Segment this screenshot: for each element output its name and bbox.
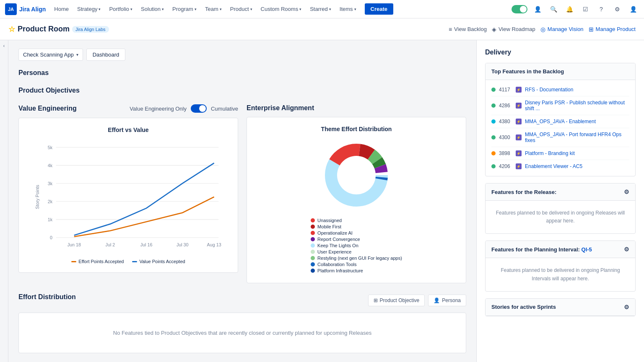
- feature-icon-4117: ⚡: [516, 87, 522, 93]
- chart-title: Effort vs Value: [27, 127, 229, 133]
- top-navigation: JA Jira Align Home Strategy ▾ Portfolio …: [0, 0, 644, 18]
- nav-custom-rooms[interactable]: Custom Rooms ▾: [257, 4, 305, 14]
- chevron-down-icon: ▾: [130, 7, 132, 11]
- toolbar: Check Scanning App ▾ Dashboard: [18, 49, 466, 61]
- star-icon[interactable]: ☆: [8, 25, 15, 34]
- feature-id-4300: 4300: [499, 134, 512, 140]
- profile-icon[interactable]: 👤: [532, 3, 543, 15]
- feature-item-4286: 4286 ⚡ Disney Paris PSR - Publish schedu…: [491, 96, 629, 115]
- product-objectives-title: Product Objectives: [18, 87, 466, 94]
- nav-strategy[interactable]: Strategy ▾: [74, 4, 104, 14]
- feature-icon-4206: ⚡: [516, 163, 522, 169]
- persona-icon: 👤: [434, 297, 440, 303]
- donut-legend: Unassigned Mobile First Operationalize A…: [311, 218, 402, 274]
- svg-text:1k: 1k: [48, 217, 53, 222]
- nav-product[interactable]: Product ▾: [227, 4, 256, 14]
- search-icon[interactable]: 🔍: [548, 3, 559, 15]
- ve-header: Value Engineering Value Engineering Only…: [18, 104, 238, 113]
- feature-link-4300[interactable]: MMA_OPS_JAVA - Port forward HFR4 Ops fix…: [525, 132, 629, 143]
- donut-legend-operationalize-ai: Operationalize AI: [311, 230, 402, 235]
- planning-interval-title: Features for the Planning Interval: QI-5: [491, 246, 592, 253]
- ed-buttons: ⊞ Product Objective 👤 Persona: [368, 295, 466, 306]
- tasks-icon[interactable]: ☑: [579, 3, 591, 15]
- mobile-first-dot: [311, 225, 315, 229]
- backlog-card-content: 4117 ⚡ RFS - Documentation 4286 ⚡ Disney…: [486, 80, 635, 176]
- nav-team[interactable]: Team ▾: [202, 4, 225, 14]
- feature-icon-4380: ⚡: [516, 119, 522, 124]
- manage-product-action[interactable]: ⊞ Manage Product: [589, 26, 636, 33]
- report-dot: [311, 237, 315, 241]
- unassigned-dot: [311, 218, 315, 222]
- theme-effort-card: Theme Effort Distribution: [247, 117, 466, 283]
- nav-portfolio[interactable]: Portfolio ▾: [106, 4, 136, 14]
- product-objective-button[interactable]: ⊞ Product Objective: [368, 295, 425, 306]
- create-button[interactable]: Create: [365, 3, 393, 15]
- nav-program[interactable]: Program ▾: [169, 4, 200, 14]
- feature-link-4286[interactable]: Disney Paris PSR - Publish schedule with…: [525, 100, 629, 111]
- effort-legend-dot: [71, 261, 76, 262]
- svg-text:0: 0: [50, 235, 52, 240]
- donut-legend-collab-tools: Collaboration Tools: [311, 262, 402, 267]
- nav-items[interactable]: Items ▾: [336, 4, 360, 14]
- svg-text:Jul 30: Jul 30: [177, 242, 189, 247]
- ve-toggle[interactable]: [191, 104, 207, 113]
- logo-icon: JA: [5, 3, 17, 15]
- feature-link-4117[interactable]: RFS - Documentation: [525, 87, 573, 93]
- qi5-link[interactable]: QI-5: [582, 246, 592, 253]
- effort-distribution-title: Effort Distribution: [18, 293, 76, 301]
- donut-legend-unassigned: Unassigned: [311, 218, 402, 223]
- nav-solution[interactable]: Solution ▾: [138, 4, 167, 14]
- nav-starred[interactable]: Starred ▾: [306, 4, 335, 14]
- personas-title: Personas: [18, 69, 466, 77]
- collapse-sidebar[interactable]: ‹: [0, 40, 8, 362]
- sprints-gear-icon[interactable]: ⚙: [624, 304, 629, 310]
- backlog-card: Top Features in the Backlog 4117 ⚡ RFS -…: [485, 63, 636, 176]
- persona-button[interactable]: 👤 Persona: [428, 295, 466, 306]
- settings-icon[interactable]: ⚙: [611, 3, 623, 15]
- chevron-down-icon: ▾: [250, 7, 252, 11]
- svg-text:Story Points: Story Points: [35, 185, 40, 209]
- ve-title: Value Engineering: [18, 105, 77, 112]
- donut-legend-keep-lights: Keep The Lights On: [311, 243, 402, 248]
- app-dropdown[interactable]: Check Scanning App ▾: [18, 49, 83, 61]
- theme-effort-title: Theme Effort Distribution: [255, 126, 457, 132]
- product-objectives-section: Product Objectives: [18, 87, 466, 94]
- nav-home[interactable]: Home: [51, 4, 72, 14]
- status-dot-3898: [491, 151, 496, 155]
- feature-link-4206[interactable]: Enablement Viewer - AC5: [525, 163, 582, 169]
- svg-text:Jul 16: Jul 16: [140, 242, 153, 247]
- view-backlog-action[interactable]: ≡ View Backlog: [449, 26, 487, 33]
- ea-title: Enterprise Alignment: [247, 104, 314, 112]
- help-icon[interactable]: ?: [595, 3, 607, 15]
- toggle-switch[interactable]: [512, 5, 527, 13]
- logo[interactable]: JA Jira Align: [5, 3, 46, 15]
- view-roadmap-action[interactable]: ◈ View Roadmap: [492, 26, 535, 33]
- charts-row: Value Engineering Value Engineering Only…: [18, 104, 466, 283]
- ux-dot: [311, 250, 315, 254]
- release-card-header: Features for the Release: ⚙: [486, 184, 635, 201]
- chevron-down-icon: ▾: [162, 7, 164, 11]
- nav-right-icons: 👤 🔍 🔔 ☑ ? ⚙ 👤: [512, 3, 639, 15]
- status-dot-4300: [491, 135, 496, 140]
- feature-link-4380[interactable]: MMA_OPS_JAVA - Enablement: [525, 119, 596, 124]
- room-title: ☆ Product Room Jira Align Labs: [8, 25, 109, 34]
- effort-distribution-empty: No Features tied to Product Objectives t…: [18, 313, 466, 353]
- main-content: Check Scanning App ▾ Dashboard Personas …: [8, 40, 476, 362]
- avatar[interactable]: 👤: [627, 3, 639, 15]
- right-sidebar: Delivery Top Features in the Backlog 411…: [476, 40, 644, 362]
- feature-id-4380: 4380: [499, 119, 512, 124]
- content-area: ‹ Check Scanning App ▾ Dashboard Persona…: [0, 40, 644, 362]
- manage-vision-action[interactable]: ◎ Manage Vision: [540, 26, 584, 33]
- release-gear-icon[interactable]: ⚙: [624, 189, 629, 195]
- feature-id-3898: 3898: [499, 150, 512, 156]
- svg-text:2k: 2k: [48, 199, 53, 204]
- personas-section: Personas: [18, 69, 466, 77]
- donut-legend-report-convergence: Report Convergence: [311, 237, 402, 242]
- feature-link-3898[interactable]: Platform - Branding kit: [525, 150, 575, 156]
- chevron-down-icon: ▾: [329, 7, 331, 11]
- labs-badge: Jira Align Labs: [72, 26, 109, 33]
- restyling-dot: [311, 256, 315, 260]
- dashboard-button[interactable]: Dashboard: [86, 49, 126, 61]
- notifications-icon[interactable]: 🔔: [564, 3, 575, 15]
- planning-gear-icon[interactable]: ⚙: [624, 246, 629, 253]
